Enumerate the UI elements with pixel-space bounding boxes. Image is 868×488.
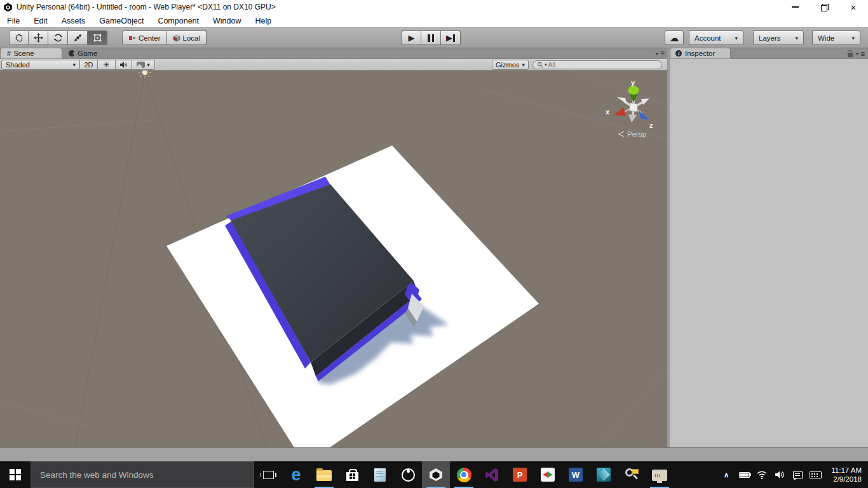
rect-tool-button[interactable] [88, 30, 107, 45]
pause-button[interactable] [421, 30, 441, 45]
minimize-button[interactable] [780, 0, 810, 14]
scene-search-filter: All [548, 61, 556, 69]
capture-tool-icon [541, 468, 555, 482]
gizmo-center-cube[interactable] [629, 103, 638, 112]
move-tool-button[interactable] [29, 30, 48, 45]
gizmos-dropdown[interactable]: Gizmos ▾ [492, 60, 529, 70]
taskbar-search-input[interactable] [31, 470, 254, 480]
axis-z-label: z [649, 121, 653, 129]
play-button[interactable]: ▶ [402, 30, 421, 45]
start-button[interactable] [0, 461, 31, 488]
account-dropdown[interactable]: Account ▾ [689, 30, 743, 45]
menu-window[interactable]: Window [206, 14, 248, 27]
transform-tools [9, 30, 107, 45]
menu-component[interactable]: Component [151, 14, 206, 27]
taskbar-chrome[interactable] [450, 461, 478, 488]
taskbar-search[interactable] [31, 461, 254, 488]
step-button[interactable]: ▶ [441, 30, 461, 45]
account-label: Account [695, 34, 721, 42]
scale-tool-button[interactable] [68, 30, 88, 45]
scene-audio-button[interactable] [116, 60, 132, 70]
clock-date: 2/9/2018 [825, 475, 862, 484]
shading-mode-dropdown[interactable]: Shaded ▾ [1, 60, 80, 70]
chevron-down-icon: ▾ [656, 51, 658, 57]
scene-panel-menu[interactable]: ▾ ≡ [656, 50, 665, 57]
lock-icon[interactable] [848, 53, 853, 57]
layout-dropdown[interactable]: Wide ▾ [812, 30, 860, 45]
tray-clock[interactable]: 11:17 AM 2/9/2018 [825, 466, 864, 484]
taskbar-task-manager[interactable] [646, 461, 674, 488]
taskbar-circle-app[interactable] [394, 461, 422, 488]
layers-dropdown[interactable]: Layers ▾ [753, 30, 804, 45]
layout-label: Wide [818, 34, 834, 42]
taskbar-file-explorer[interactable] [310, 461, 338, 488]
tray-network[interactable] [754, 461, 770, 488]
tab-inspector[interactable]: i Inspector [670, 48, 731, 58]
scene-panel: # Scene Game ▾ ≡ Shaded ▾ 2D ☀ [0, 48, 667, 447]
taskbar-unity[interactable] [422, 461, 450, 488]
cloud-button[interactable]: ☁ [665, 30, 684, 45]
chrome-icon [457, 468, 471, 482]
gizmo-y-head[interactable] [628, 86, 639, 95]
cloud-icon: ☁ [670, 34, 679, 43]
taskbar-capture-tool[interactable] [534, 461, 562, 488]
tray-touch-keyboard[interactable] [807, 461, 824, 488]
menu-help[interactable]: Help [248, 14, 278, 27]
info-icon: i [675, 50, 682, 57]
task-view-button[interactable] [254, 461, 282, 488]
scene-viewport[interactable]: y x z Persp [0, 71, 667, 447]
scene-search-input[interactable]: ▾ All [532, 60, 662, 69]
inspector-tab-strip: i Inspector ▾ ≡ [670, 48, 868, 59]
tab-scene[interactable]: # Scene [0, 48, 62, 58]
pivot-local-button[interactable]: Local [167, 30, 207, 45]
taskbar-store[interactable] [338, 461, 366, 488]
scene-tab-strip: # Scene Game ▾ ≡ [0, 48, 667, 59]
taskbar: e P W ∧ [0, 461, 868, 488]
taskbar-mail-search-app[interactable] [618, 461, 646, 488]
restore-icon [821, 4, 827, 10]
scene-effects-button[interactable]: ▾ [132, 60, 155, 70]
shading-mode-label: Shaded [6, 61, 30, 69]
tab-game[interactable]: Game [62, 48, 104, 58]
taskbar-word[interactable]: W [562, 461, 590, 488]
hand-tool-button[interactable] [9, 30, 29, 45]
menu-file[interactable]: File [0, 14, 27, 27]
playmode-controls: ▶ ▶ [402, 30, 461, 45]
tray-notifications[interactable] [789, 461, 806, 488]
unity-taskbar-icon [428, 468, 444, 482]
close-button[interactable]: × [839, 0, 868, 14]
toggle-2d-button[interactable]: 2D [80, 60, 98, 70]
wifi-icon [756, 470, 768, 479]
window-bottom-strip [0, 447, 868, 461]
taskbar-edge[interactable]: e [282, 461, 310, 488]
taskbar-powerpoint[interactable]: P [506, 461, 534, 488]
visual-studio-icon [485, 468, 499, 482]
scene-tab-label: Scene [13, 50, 34, 57]
tray-expand-button[interactable]: ∧ [718, 461, 735, 488]
menu-gameobject[interactable]: GameObject [92, 14, 151, 27]
pivot-center-button[interactable]: Center [122, 30, 167, 45]
chevron-down-icon: ▾ [856, 51, 858, 57]
menu-assets[interactable]: Assets [55, 14, 93, 27]
menu-bar: File Edit Assets GameObject Component Wi… [0, 14, 868, 28]
notepad-icon [374, 468, 386, 482]
title-bar: Unity Personal (64bit) - Untitled - room… [0, 0, 868, 14]
taskbar-3dsmax[interactable] [590, 461, 618, 488]
chevron-down-icon: ▾ [147, 62, 150, 68]
word-icon: W [569, 468, 583, 482]
inspector-panel-menu[interactable]: ▾ ≡ [856, 51, 865, 57]
tray-volume[interactable] [771, 461, 788, 488]
taskbar-visual-studio[interactable] [478, 461, 506, 488]
search-icon [537, 62, 543, 68]
axis-x-label: x [606, 108, 610, 116]
close-icon: × [851, 3, 857, 12]
restore-button[interactable] [810, 0, 839, 14]
menu-edit[interactable]: Edit [27, 14, 55, 27]
rotate-tool-button[interactable] [48, 30, 68, 45]
powerpoint-icon: P [513, 468, 527, 482]
scene-lighting-button[interactable]: ☀ [98, 60, 116, 70]
system-tray: ∧ 11:17 AM 2/9/2018 [718, 461, 868, 488]
taskbar-notepad[interactable] [366, 461, 394, 488]
tray-battery[interactable] [736, 461, 752, 488]
layout-group: Wide ▾ [812, 30, 860, 45]
